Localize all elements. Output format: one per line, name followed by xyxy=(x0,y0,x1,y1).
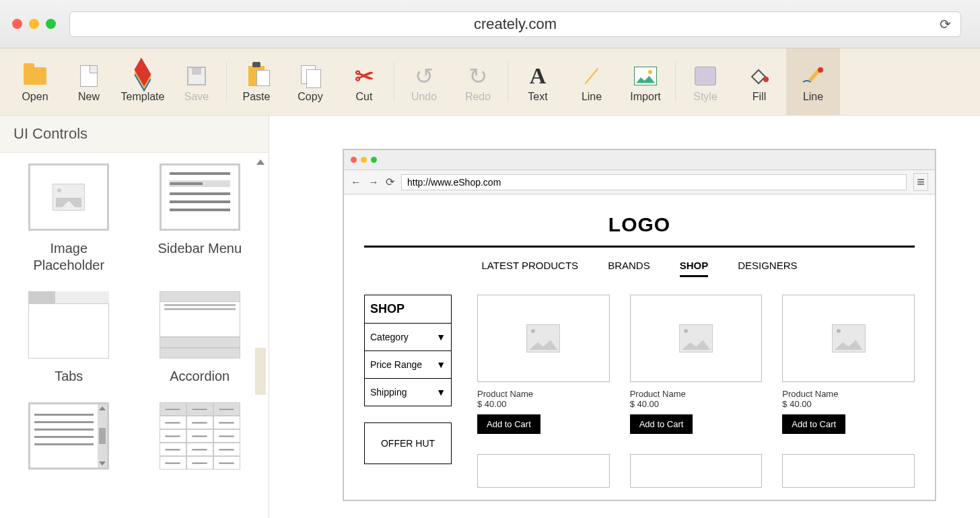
filter-category[interactable]: Category▼ xyxy=(364,324,452,351)
nav-brands[interactable]: BRANDS xyxy=(608,260,650,277)
window-controls xyxy=(12,19,56,29)
accordion-icon xyxy=(160,291,240,359)
new-button[interactable]: New xyxy=(62,48,116,115)
browser-chrome: creately.com ⟳ xyxy=(0,0,980,48)
text-icon: A xyxy=(530,63,547,89)
scroll-up-icon[interactable] xyxy=(256,159,265,165)
shape-palette: Image Placeholder Sidebar Menu Tabs xyxy=(0,153,269,518)
palette-item-listbox[interactable] xyxy=(13,402,125,470)
hamburger-icon[interactable]: ≡ xyxy=(913,173,928,191)
main-area: UI Controls Image Placeholder Sidebar Me… xyxy=(0,116,980,518)
image-placeholder-icon xyxy=(526,324,560,353)
chevron-down-icon: ▼ xyxy=(436,387,446,398)
mockup-browser-window[interactable]: ← → ⟳ ≡ LOGO LATEST PRODUCTS BRANDS SHOP… xyxy=(343,149,936,501)
cut-icon: ✂ xyxy=(355,63,374,89)
palette-item-image-placeholder[interactable]: Image Placeholder xyxy=(13,163,125,274)
product-card[interactable] xyxy=(782,454,915,488)
shop-heading: SHOP xyxy=(364,295,452,324)
filter-shipping[interactable]: Shipping▼ xyxy=(364,379,452,406)
product-card[interactable]: Product Name $ 40.00 Add to Cart xyxy=(477,295,610,434)
add-to-cart-button[interactable]: Add to Cart xyxy=(477,414,540,434)
text-tool-button[interactable]: A Text xyxy=(511,48,565,115)
reload-icon[interactable]: ⟳ xyxy=(386,176,394,188)
mockup-nav: LATEST PRODUCTS BRANDS SHOP DESIGNERS xyxy=(364,248,915,295)
template-button[interactable]: Template xyxy=(116,48,170,115)
mockup-url-input[interactable] xyxy=(401,174,907,190)
canvas[interactable]: ← → ⟳ ≡ LOGO LATEST PRODUCTS BRANDS SHOP… xyxy=(269,116,980,518)
mockup-product-grid: Product Name $ 40.00 Add to Cart Product… xyxy=(477,295,915,488)
paste-button[interactable]: Paste xyxy=(230,48,283,115)
save-icon xyxy=(187,67,206,85)
palette-item-sidebar-menu[interactable]: Sidebar Menu xyxy=(145,163,256,274)
toolbar-divider xyxy=(508,62,508,102)
mockup-address-bar: ← → ⟳ ≡ xyxy=(344,170,935,194)
nav-shop[interactable]: SHOP xyxy=(680,260,709,277)
import-button[interactable]: Import xyxy=(619,48,672,115)
save-button[interactable]: Save xyxy=(170,48,223,115)
back-icon[interactable]: ← xyxy=(351,176,361,188)
table-icon xyxy=(160,402,240,470)
mockup-minimize-icon xyxy=(361,157,367,163)
mockup-logo: LOGO xyxy=(364,207,915,248)
copy-icon xyxy=(301,65,320,87)
open-button[interactable]: Open xyxy=(8,48,62,115)
fill-icon xyxy=(749,67,769,85)
undo-button[interactable]: ↺ Undo xyxy=(397,48,451,115)
new-file-icon xyxy=(80,65,98,87)
sidebar-title: UI Controls xyxy=(0,116,269,153)
tabs-icon xyxy=(28,291,109,359)
palette-item-table[interactable] xyxy=(145,402,256,470)
filter-price-range[interactable]: Price Range▼ xyxy=(364,351,452,379)
mockup-shop-sidebar: SHOP Category▼ Price Range▼ Shipping▼ OF… xyxy=(364,295,452,488)
line-icon xyxy=(585,67,599,83)
maximize-window-icon[interactable] xyxy=(46,19,56,29)
toolbar-divider xyxy=(226,62,227,102)
nav-latest-products[interactable]: LATEST PRODUCTS xyxy=(481,260,578,277)
template-icon xyxy=(132,67,153,85)
product-card[interactable] xyxy=(477,454,610,488)
forward-icon[interactable]: → xyxy=(368,176,379,188)
minimize-window-icon[interactable] xyxy=(29,19,39,29)
add-to-cart-button[interactable]: Add to Cart xyxy=(782,414,845,434)
chevron-down-icon: ▼ xyxy=(436,359,446,370)
image-placeholder-icon xyxy=(679,324,713,353)
address-bar[interactable]: creately.com ⟳ xyxy=(69,11,961,37)
add-to-cart-button[interactable]: Add to Cart xyxy=(630,414,693,434)
palette-item-tabs[interactable]: Tabs xyxy=(13,291,125,385)
product-card[interactable]: Product Name $ 40.00 Add to Cart xyxy=(782,295,915,434)
chevron-down-icon: ▼ xyxy=(436,332,446,342)
mockup-maximize-icon xyxy=(371,157,377,163)
close-window-icon[interactable] xyxy=(12,19,22,29)
paste-icon xyxy=(248,66,265,86)
svg-point-1 xyxy=(818,67,823,73)
import-icon xyxy=(634,67,657,85)
palette-scrollbar[interactable] xyxy=(256,159,265,511)
toolbar-divider xyxy=(394,62,394,102)
style-icon xyxy=(695,67,716,85)
nav-designers[interactable]: DESIGNERS xyxy=(738,260,797,277)
line-style-button[interactable]: Line xyxy=(786,48,840,115)
fill-button[interactable]: Fill xyxy=(732,48,786,115)
listbox-icon xyxy=(30,404,107,468)
cut-button[interactable]: ✂ Cut xyxy=(337,48,391,115)
mockup-page: LOGO LATEST PRODUCTS BRANDS SHOP DESIGNE… xyxy=(344,194,935,500)
product-card[interactable] xyxy=(630,454,763,488)
product-card[interactable]: Product Name $ 40.00 Add to Cart xyxy=(630,295,763,434)
folder-icon xyxy=(24,67,46,85)
palette-item-accordion[interactable]: Accordion xyxy=(145,291,256,385)
redo-button[interactable]: ↻ Redo xyxy=(451,48,505,115)
toolbar: Open New Template Save Paste Copy ✂ Cut … xyxy=(0,48,980,116)
mockup-close-icon xyxy=(351,157,357,163)
offer-hut: OFFER HUT xyxy=(364,422,452,464)
pencil-icon xyxy=(802,66,825,86)
scroll-thumb[interactable] xyxy=(255,348,266,395)
image-placeholder-icon xyxy=(832,324,866,353)
copy-button[interactable]: Copy xyxy=(283,48,337,115)
toolbar-divider xyxy=(675,62,676,102)
reload-icon[interactable]: ⟳ xyxy=(940,16,951,32)
style-button[interactable]: Style xyxy=(678,48,732,115)
line-tool-button[interactable]: Line xyxy=(565,48,619,115)
undo-icon: ↺ xyxy=(415,63,433,89)
mockup-titlebar xyxy=(344,150,935,170)
sidebar: UI Controls Image Placeholder Sidebar Me… xyxy=(0,116,269,518)
